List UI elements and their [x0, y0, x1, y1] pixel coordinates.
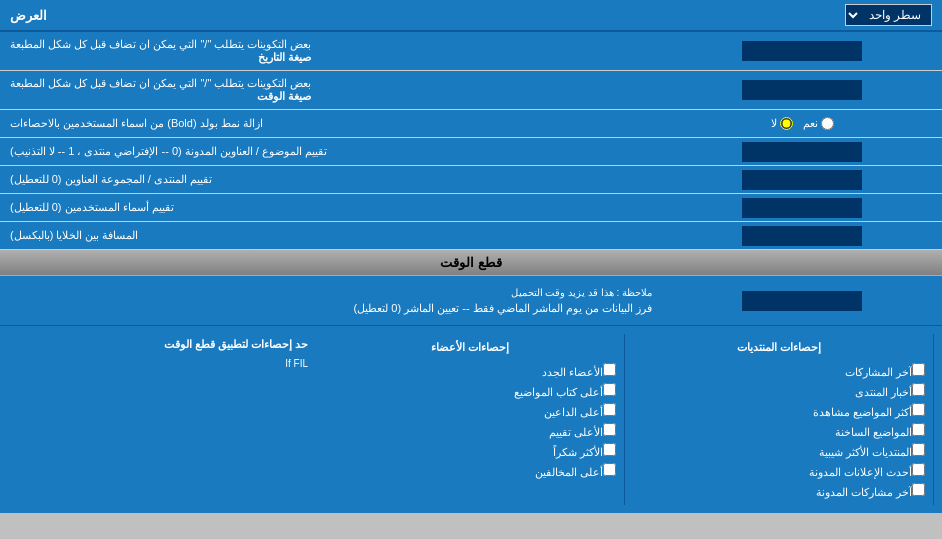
page-title: العرض: [10, 8, 47, 23]
header-row: سطر واحد سطرين ثلاثة أسطر العرض: [0, 0, 942, 32]
time-format-label: بعض التكوينات يتطلب "/" التي يمكن ان تضا…: [0, 71, 662, 109]
cell-spacing-input[interactable]: 2: [742, 226, 862, 246]
stats-columns: إحصاءات المنتديات آخر المشاركات أخبار ال…: [8, 334, 934, 505]
main-container: سطر واحد سطرين ثلاثة أسطر العرض d-m بعض …: [0, 0, 942, 513]
checkbox-top-posters[interactable]: [603, 383, 616, 396]
username-sort-input[interactable]: 0: [742, 198, 862, 218]
cell-spacing-row: 2 المسافة بين الخلايا (بالبكسل): [0, 222, 942, 250]
time-filter-divider: قطع الوقت: [0, 250, 942, 276]
checkbox-forum-news[interactable]: [912, 383, 925, 396]
forum-stats-col: إحصاءات المنتديات آخر المشاركات أخبار ال…: [625, 334, 934, 505]
checkbox-latest-posts[interactable]: [912, 363, 925, 376]
checkbox-top-warned[interactable]: [603, 463, 616, 476]
date-format-row: d-m بعض التكوينات يتطلب "/" التي يمكن ان…: [0, 32, 942, 71]
date-format-input-container: d-m: [662, 32, 942, 70]
username-sort-row: 0 تقييم أسماء المستخدمين (0 للتعطيل): [0, 194, 942, 222]
radio-yes-label[interactable]: نعم: [803, 117, 834, 130]
checkbox-item: آخر المشاركات: [633, 361, 925, 381]
checkbox-hot-topics[interactable]: [912, 423, 925, 436]
time-filter-input[interactable]: 0: [742, 291, 862, 311]
checkbox-item: أعلى المخالفين: [324, 461, 616, 481]
cell-spacing-label: المسافة بين الخلايا (بالبكسل): [0, 222, 662, 249]
checkbox-top-rated[interactable]: [603, 423, 616, 436]
time-format-input-container: H:i: [662, 71, 942, 109]
checkbox-latest-blog-posts[interactable]: [912, 483, 925, 496]
stats-limit-note: If FIL: [16, 357, 308, 371]
bold-remove-row: نعم لا ازالة نمط بولد (Bold) من اسماء ال…: [0, 110, 942, 138]
forum-sort-input-container: 33: [662, 166, 942, 193]
time-filter-row: 0 ملاحظة : هذا قد يزيد وقت التحميل فرز ا…: [0, 276, 942, 326]
checkbox-item: المنتديات الأكثر شيبية: [633, 441, 925, 461]
topic-sort-row: 33 تقييم الموضوع / العناوين المدونة (0 -…: [0, 138, 942, 166]
bold-label: ازالة نمط بولد (Bold) من اسماء المستخدمي…: [0, 110, 662, 137]
topic-sort-input[interactable]: 33: [742, 142, 862, 162]
date-format-input[interactable]: d-m: [742, 41, 862, 61]
username-sort-label: تقييم أسماء المستخدمين (0 للتعطيل): [0, 194, 662, 221]
checkbox-most-viewed[interactable]: [912, 403, 925, 416]
checkbox-item: أعلى كتاب المواضيع: [324, 381, 616, 401]
radio-no[interactable]: [780, 117, 793, 130]
forum-sort-row: 33 تقييم المنتدى / المجموعة العناوين (0 …: [0, 166, 942, 194]
time-format-row: H:i بعض التكوينات يتطلب "/" التي يمكن ان…: [0, 71, 942, 110]
display-select[interactable]: سطر واحد سطرين ثلاثة أسطر: [845, 4, 932, 26]
checkbox-item: الأعضاء الجدد: [324, 361, 616, 381]
bold-radio-container: نعم لا: [662, 110, 942, 137]
checkbox-item: الأعلى تقييم: [324, 421, 616, 441]
checkbox-item: الأكثر شكراً: [324, 441, 616, 461]
time-filter-input-container: 0: [662, 288, 942, 314]
forum-stats-title: إحصاءات المنتديات: [633, 338, 925, 357]
time-filter-label: ملاحظة : هذا قد يزيد وقت التحميل فرز الب…: [0, 279, 662, 323]
radio-yes[interactable]: [821, 117, 834, 130]
checkbox-item: أخبار المنتدى: [633, 381, 925, 401]
checkbox-top-inviters[interactable]: [603, 403, 616, 416]
cell-spacing-input-container: 2: [662, 222, 942, 249]
date-format-label: بعض التكوينات يتطلب "/" التي يمكن ان تضا…: [0, 32, 662, 70]
checkbox-item: المواضيع الساخنة: [633, 421, 925, 441]
forum-sort-input[interactable]: 33: [742, 170, 862, 190]
bold-radio-group: نعم لا: [771, 117, 834, 130]
checkbox-item: أعلى الداعين: [324, 401, 616, 421]
checkbox-new-members[interactable]: [603, 363, 616, 376]
checkbox-latest-announcements[interactable]: [912, 463, 925, 476]
username-sort-input-container: 0: [662, 194, 942, 221]
topic-sort-label: تقييم الموضوع / العناوين المدونة (0 -- ا…: [0, 138, 662, 165]
forum-sort-label: تقييم المنتدى / المجموعة العناوين (0 للت…: [0, 166, 662, 193]
bottom-stats-section: إحصاءات المنتديات آخر المشاركات أخبار ال…: [0, 326, 942, 513]
checkbox-item: أحدث الإعلانات المدونة: [633, 461, 925, 481]
checkbox-popular-forums[interactable]: [912, 443, 925, 456]
topic-sort-input-container: 33: [662, 138, 942, 165]
stats-limit-col: حد إحصاءات لتطبيق قطع الوقت If FIL: [8, 334, 316, 505]
checkbox-item: أكثر المواضيع مشاهدة: [633, 401, 925, 421]
checkbox-item: آخر مشاركات المدونة: [633, 481, 925, 501]
member-stats-col: إحصاءات الأعضاء الأعضاء الجدد أعلى كتاب …: [316, 334, 625, 505]
header-dropdown[interactable]: سطر واحد سطرين ثلاثة أسطر: [845, 4, 932, 26]
member-stats-title: إحصاءات الأعضاء: [324, 338, 616, 357]
stats-limit-title: حد إحصاءات لتطبيق قطع الوقت: [16, 338, 308, 351]
radio-no-label[interactable]: لا: [771, 117, 793, 130]
time-format-input[interactable]: H:i: [742, 80, 862, 100]
checkbox-most-thanked[interactable]: [603, 443, 616, 456]
